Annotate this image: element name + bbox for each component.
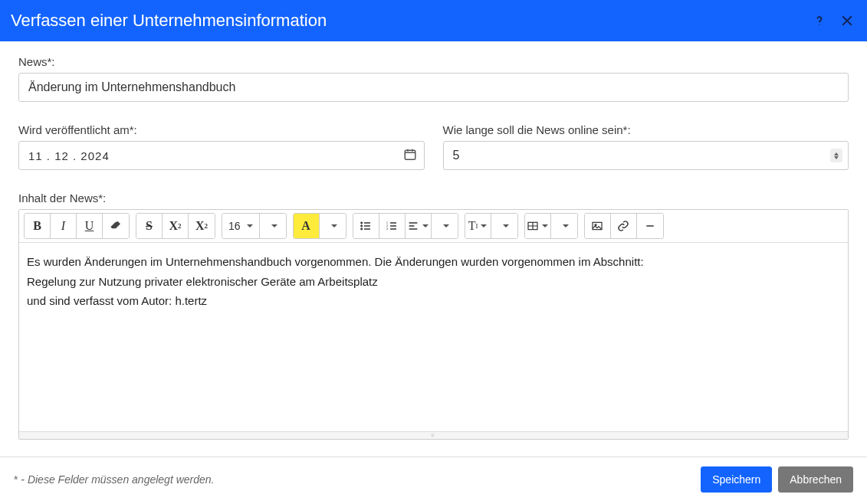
- horizontal-rule-button[interactable]: [637, 214, 663, 238]
- close-icon[interactable]: [838, 11, 856, 30]
- content-label: Inhalt der News*:: [18, 191, 849, 205]
- table-button[interactable]: [525, 214, 551, 238]
- italic-button[interactable]: I: [51, 214, 77, 238]
- help-icon[interactable]: [810, 11, 829, 30]
- font-size-button[interactable]: 16: [222, 214, 260, 238]
- paragraph-more-button[interactable]: [491, 214, 517, 238]
- publish-date-label: Wird veröffentlicht am*:: [18, 123, 425, 136]
- image-button[interactable]: [585, 214, 611, 238]
- text-color-more-button[interactable]: [320, 214, 346, 238]
- unordered-list-button[interactable]: [353, 214, 379, 238]
- news-input[interactable]: [18, 73, 849, 102]
- link-button[interactable]: [611, 214, 637, 238]
- content-line: und sind verfasst vom Autor: h.tertz: [27, 291, 840, 311]
- svg-point-3: [361, 225, 363, 227]
- paragraph-format-button[interactable]: TI: [465, 214, 491, 238]
- resize-handle[interactable]: ≡: [19, 431, 848, 439]
- bold-button[interactable]: B: [25, 214, 51, 238]
- duration-input[interactable]: [443, 141, 849, 170]
- cancel-button[interactable]: Abbrechen: [778, 466, 853, 493]
- dialog-title: Verfassen einer Unternehmensinformation: [11, 11, 810, 31]
- dialog-footer: * - Diese Felder müssen angelegt werden.…: [0, 457, 867, 502]
- svg-point-0: [819, 25, 819, 25]
- text-color-button[interactable]: A: [294, 214, 320, 238]
- editor-toolbar: B I U S X2 X2 16 A: [19, 210, 848, 243]
- save-button[interactable]: Speichern: [701, 466, 772, 493]
- svg-point-2: [361, 222, 363, 224]
- font-size-more-button[interactable]: [260, 214, 286, 238]
- ordered-list-button[interactable]: 123: [379, 214, 406, 238]
- superscript-button[interactable]: X2: [163, 214, 189, 238]
- align-button[interactable]: [406, 214, 432, 238]
- duration-label: Wie lange soll die News online sein*:: [443, 123, 849, 136]
- required-hint: * - Diese Felder müssen angelegt werden.: [14, 473, 214, 486]
- rich-text-editor: B I U S X2 X2 16 A: [18, 209, 849, 440]
- editor-content-area[interactable]: Es wurden Änderungen im Unternehmenshand…: [19, 243, 848, 431]
- stepper-icon[interactable]: [830, 149, 842, 162]
- font-size-value: 16: [228, 220, 241, 232]
- eraser-button[interactable]: [103, 214, 129, 238]
- strikethrough-button[interactable]: S: [136, 214, 163, 238]
- svg-point-4: [361, 228, 363, 230]
- align-more-button[interactable]: [432, 214, 458, 238]
- news-label: News*:: [18, 55, 849, 68]
- content-line: Regelung zur Nutzung privater elektronis…: [27, 272, 840, 292]
- publish-date-input[interactable]: [18, 141, 425, 170]
- underline-button[interactable]: U: [77, 214, 103, 238]
- content-line: Es wurden Änderungen im Unternehmenshand…: [27, 252, 840, 272]
- calendar-icon[interactable]: [403, 148, 417, 164]
- dialog-header: Verfassen einer Unternehmensinformation: [0, 0, 867, 41]
- table-more-button[interactable]: [551, 214, 577, 238]
- subscript-button[interactable]: X2: [189, 214, 215, 238]
- svg-rect-1: [405, 150, 415, 159]
- svg-text:3: 3: [386, 227, 389, 231]
